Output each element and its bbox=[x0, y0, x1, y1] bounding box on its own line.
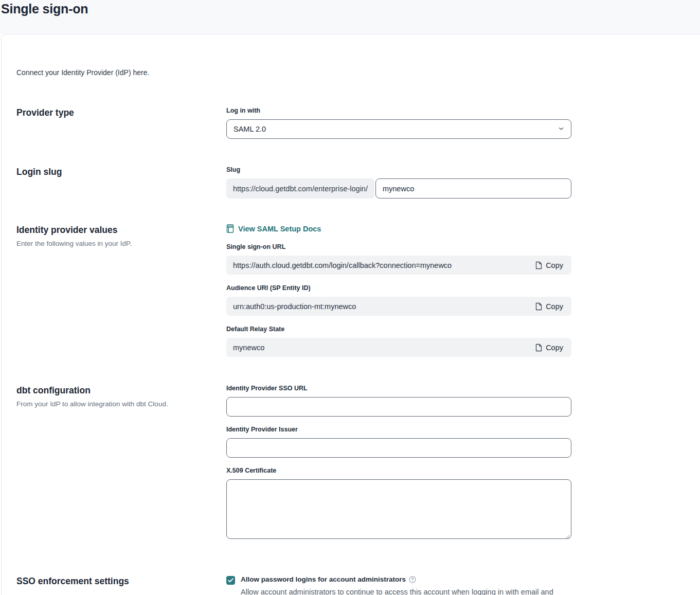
provider-type-selected-value: SAML 2.0 bbox=[234, 125, 266, 133]
copy-icon bbox=[535, 261, 542, 269]
section-sso-enforcement: SSO enforcement settings Allow password … bbox=[2, 575, 700, 595]
identity-provider-values-heading: Identity provider values bbox=[16, 224, 226, 236]
default-relay-state-field: Default Relay State mynewco Copy bbox=[226, 326, 571, 357]
login-slug-heading: Login slug bbox=[16, 166, 226, 177]
copy-icon bbox=[535, 344, 542, 352]
view-saml-setup-docs-link[interactable]: View SAML Setup Docs bbox=[226, 224, 321, 233]
intro-text: Connect your Identity Provider (IdP) her… bbox=[2, 68, 700, 77]
slug-url-prefix: https://cloud.getdbt.com/enterprise-logi… bbox=[226, 178, 374, 199]
idp-issuer-label: Identity Provider Issuer bbox=[226, 426, 571, 434]
section-login-slug: Login slug Slug https://cloud.getdbt.com… bbox=[2, 166, 700, 199]
slug-input[interactable] bbox=[375, 178, 571, 199]
slug-label: Slug bbox=[226, 166, 571, 174]
copy-button-label: Copy bbox=[546, 344, 563, 352]
provider-type-heading: Provider type bbox=[16, 107, 226, 118]
dbt-configuration-subtext: From your IdP to allow integration with … bbox=[16, 400, 226, 409]
audience-uri-field: Audience URI (SP Entity ID) urn:auth0:us… bbox=[226, 284, 571, 316]
chevron-down-icon bbox=[558, 125, 565, 132]
sso-url-copy-button[interactable]: Copy bbox=[534, 261, 565, 269]
audience-uri-row: urn:auth0:us-production-mt:mynewco Copy bbox=[226, 297, 571, 316]
provider-type-select[interactable]: SAML 2.0 bbox=[226, 119, 571, 139]
copy-button-label: Copy bbox=[546, 261, 563, 269]
idp-issuer-input[interactable] bbox=[226, 438, 571, 458]
view-saml-setup-docs-label: View SAML Setup Docs bbox=[238, 225, 321, 233]
checkmark-icon bbox=[228, 578, 234, 583]
sso-url-field: Single sign-on URL https://auth.cloud.ge… bbox=[226, 243, 571, 275]
sso-url-row: https://auth.cloud.getdbt.com/login/call… bbox=[226, 256, 571, 275]
page-header: Single sign-on bbox=[0, 0, 700, 34]
help-circle-icon[interactable] bbox=[409, 576, 416, 583]
sso-url-label: Single sign-on URL bbox=[226, 243, 571, 251]
identity-provider-values-subtext: Enter the following values in your IdP. bbox=[16, 239, 226, 248]
allow-password-logins-row: Allow password logins for account admini… bbox=[226, 575, 571, 595]
journal-docs-icon bbox=[226, 224, 234, 233]
sso-enforcement-heading: SSO enforcement settings bbox=[16, 575, 226, 587]
page-title: Single sign-on bbox=[1, 2, 700, 16]
allow-password-logins-label: Allow password logins for account admini… bbox=[241, 575, 406, 583]
idp-issuer-field: Identity Provider Issuer bbox=[226, 426, 571, 458]
audience-uri-label: Audience URI (SP Entity ID) bbox=[226, 284, 571, 292]
x509-certificate-textarea[interactable] bbox=[226, 479, 571, 539]
section-provider-type: Provider type Log in with SAML 2.0 bbox=[2, 107, 700, 139]
default-relay-state-value: mynewco bbox=[233, 344, 534, 352]
copy-icon bbox=[535, 302, 542, 311]
idp-sso-url-field: Identity Provider SSO URL bbox=[226, 385, 571, 417]
allow-password-logins-description: Allow account administrators to continue… bbox=[241, 587, 562, 595]
section-identity-provider-values: Identity provider values Enter the follo… bbox=[2, 224, 700, 357]
default-relay-state-copy-button[interactable]: Copy bbox=[534, 344, 565, 352]
login-with-label: Log in with bbox=[226, 107, 571, 115]
audience-uri-copy-button[interactable]: Copy bbox=[534, 302, 565, 311]
default-relay-state-label: Default Relay State bbox=[226, 326, 571, 333]
allow-password-logins-checkbox[interactable] bbox=[226, 576, 235, 585]
default-relay-state-row: mynewco Copy bbox=[226, 338, 571, 357]
x509-certificate-label: X.509 Certificate bbox=[226, 467, 571, 475]
dbt-configuration-heading: dbt configuration bbox=[16, 385, 226, 396]
sso-settings-card: Connect your Identity Provider (IdP) her… bbox=[1, 34, 700, 595]
x509-certificate-field: X.509 Certificate bbox=[226, 467, 571, 539]
idp-sso-url-input[interactable] bbox=[226, 397, 571, 417]
idp-sso-url-label: Identity Provider SSO URL bbox=[226, 385, 571, 392]
sso-url-value: https://auth.cloud.getdbt.com/login/call… bbox=[233, 261, 534, 269]
section-dbt-configuration: dbt configuration From your IdP to allow… bbox=[2, 385, 700, 548]
copy-button-label: Copy bbox=[546, 302, 563, 311]
audience-uri-value: urn:auth0:us-production-mt:mynewco bbox=[233, 302, 534, 311]
